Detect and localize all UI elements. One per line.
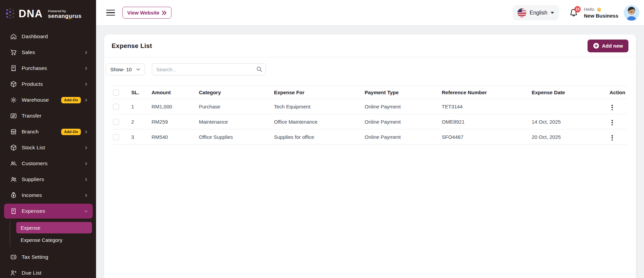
us-flag-icon <box>518 8 526 17</box>
sidebar-item-warehouse[interactable]: WarehouseAdd-On <box>4 93 93 107</box>
home-icon <box>10 33 17 40</box>
table-cell: 1 <box>129 99 148 114</box>
row-checkbox[interactable] <box>113 119 119 125</box>
notifications-button[interactable]: 15 <box>569 8 578 18</box>
chevron-right-icon <box>84 98 88 102</box>
hamburger-menu-icon[interactable] <box>106 10 115 16</box>
row-checkbox[interactable] <box>113 104 119 110</box>
addon-badge: Add-On <box>61 97 81 103</box>
chevron-right-icon <box>84 193 88 198</box>
sidebar-item-label: Due List <box>22 270 41 276</box>
table-cell: Online Payment <box>361 129 438 145</box>
sidebar-item-label: Transfer <box>22 113 42 119</box>
page-size-select[interactable]: Show- 10 <box>106 63 145 75</box>
table-header-row: SL.AmountCategoryExpense ForPayment Type… <box>113 86 627 99</box>
search-input[interactable] <box>152 63 266 75</box>
brand-logo[interactable]: DNA Powered by senangurus <box>0 0 96 26</box>
table-cell: Online Payment <box>361 99 438 114</box>
chevron-down-icon <box>84 209 88 213</box>
row-actions-menu[interactable] <box>610 103 615 111</box>
sidebar-item-label: Customers <box>22 160 48 167</box>
user-greeting: Hello New Business <box>584 7 618 19</box>
add-new-button[interactable]: Add new <box>588 40 629 52</box>
chevron-right-icon <box>84 50 88 55</box>
sidebar-item-products[interactable]: Products <box>4 77 93 92</box>
sidebar-item-purchases[interactable]: Purchases <box>4 61 93 76</box>
sidebar-item-expenses[interactable]: Expenses <box>4 204 93 219</box>
view-website-label: View Website <box>127 10 159 16</box>
brand-name: DNA <box>19 8 43 19</box>
person-list-icon <box>10 269 17 277</box>
plus-circle-icon <box>593 43 599 49</box>
row-checkbox[interactable] <box>113 134 119 140</box>
chevron-right-icon <box>84 177 88 182</box>
page-title: Expense List <box>112 42 152 50</box>
table-row: 1RM1,000PurchaseTech EquipmentOnline Pay… <box>113 99 627 114</box>
sidebar-nav: DashboardSalesPurchasesProductsWarehouse… <box>0 26 96 278</box>
table-cell: Supplies for office <box>271 129 361 145</box>
user-avatar[interactable] <box>624 5 639 21</box>
storefront-icon <box>10 128 17 135</box>
sidebar-subitem-expense-category[interactable]: Expense Category <box>16 234 92 246</box>
powered-by-label: Powered by <box>48 9 82 13</box>
sidebar-item-incomes[interactable]: Incomes <box>4 188 93 203</box>
receipt-icon <box>10 207 17 215</box>
people-group-icon <box>10 160 17 167</box>
sidebar-item-label: Purchases <box>22 65 47 71</box>
table-cell: 2 <box>129 114 148 129</box>
table-cell: SFO4467 <box>438 129 528 145</box>
sidebar-item-label: Warehouse <box>22 97 49 103</box>
sidebar-item-label: Branch <box>22 129 39 135</box>
sidebar-item-branch[interactable]: BranchAdd-On <box>4 124 93 139</box>
table-cell: 14 Oct, 2025 <box>528 114 606 129</box>
column-header-sl: SL. <box>129 86 148 99</box>
language-selector[interactable]: English <box>513 5 559 20</box>
view-website-button[interactable]: View Website <box>122 7 171 19</box>
cube-icon <box>10 144 17 151</box>
table-cell: RM1,000 <box>148 99 196 114</box>
table-body: 1RM1,000PurchaseTech EquipmentOnline Pay… <box>113 99 627 145</box>
column-header-expense-date: Expense Date <box>528 86 606 99</box>
chevron-right-icon <box>84 161 88 166</box>
sidebar-item-tax-setting[interactable]: Tax Setting <box>4 250 93 264</box>
table-cell: Tech Equipment <box>271 99 361 114</box>
page-content: Expense List Add new Show- 10 <box>96 26 644 278</box>
select-all-checkbox[interactable] <box>113 90 119 96</box>
sidebar-submenu: ExpenseExpense Category <box>10 221 96 247</box>
column-header-category: Category <box>196 86 271 99</box>
notification-count-badge: 15 <box>574 6 581 12</box>
chevron-down-icon <box>551 12 554 14</box>
sidebar-item-label: Tax Setting <box>22 254 48 260</box>
sidebar-item-label: Suppliers <box>22 176 44 182</box>
sidebar-item-label: Dashboard <box>22 33 48 40</box>
chevron-right-icon <box>84 146 88 150</box>
sidebar-item-label: Incomes <box>22 192 42 198</box>
column-header-reference-number: Reference Number <box>438 86 528 99</box>
sidebar-item-customers[interactable]: Customers <box>4 156 93 171</box>
sidebar-item-suppliers[interactable]: Suppliers <box>4 172 93 187</box>
sidebar-item-dashboard[interactable]: Dashboard <box>4 29 93 44</box>
ticket-icon <box>10 253 17 261</box>
dna-dots-icon <box>5 8 16 19</box>
table-cell: 3 <box>129 129 148 145</box>
row-actions-menu[interactable] <box>610 134 615 142</box>
sidebar-item-label: Expenses <box>22 208 45 214</box>
sidebar-item-transfer[interactable]: Transfer <box>4 108 93 123</box>
table-cell: TET3144 <box>438 99 528 114</box>
chevron-right-icon <box>84 82 88 86</box>
sidebar-item-sales[interactable]: Sales <box>4 45 93 60</box>
company-name: senangurus <box>48 13 82 19</box>
sidebar-item-label: Sales <box>22 49 35 55</box>
sidebar-item-due-list[interactable]: Due List <box>4 266 93 278</box>
double-chevron-icon <box>162 10 167 15</box>
table-cell <box>528 99 606 114</box>
addon-badge: Add-On <box>61 129 81 135</box>
chevron-down-icon <box>136 67 141 72</box>
table-cell: RM259 <box>148 114 196 129</box>
column-header-amount: Amount <box>148 86 196 99</box>
chevron-right-icon <box>84 66 88 71</box>
greeting-label: Hello <box>584 7 594 12</box>
sidebar-subitem-expense[interactable]: Expense <box>16 222 92 233</box>
row-actions-menu[interactable] <box>610 119 615 127</box>
sidebar-item-stock-list[interactable]: Stock List <box>4 140 93 155</box>
